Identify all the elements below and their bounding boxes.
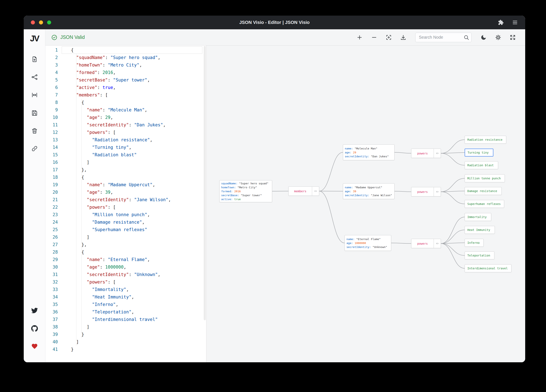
leaf-node-text: Inferno <box>467 241 480 244</box>
sponsor-button[interactable] <box>29 341 40 352</box>
leaf-node-text: Radiation resistance <box>467 138 502 141</box>
code-line: "powers": [ <box>71 129 206 136</box>
graph-canvas[interactable]: squadName: "Super hero squad"homeTown: "… <box>206 45 525 362</box>
graph-node-l8[interactable]: Heat Immunity <box>465 226 495 234</box>
close-button[interactable] <box>31 20 35 25</box>
collapse-node-button[interactable] <box>434 149 441 158</box>
trash-icon <box>31 127 38 134</box>
leaf-node-text: Interdimensional travel <box>467 267 508 270</box>
parent-node-label: powers <box>411 239 434 248</box>
code-line: "Damage resistance", <box>71 218 206 226</box>
line-number: 21 <box>45 196 61 203</box>
graph-node-root[interactable]: squadName: "Super hero squad"homeTown: "… <box>219 180 272 202</box>
graph-node-m1[interactable]: name: "Molecule Man"age: 29secretIdentit… <box>343 145 395 160</box>
graph-node-p2[interactable]: powers <box>411 187 441 196</box>
extensions-button[interactable] <box>497 19 505 26</box>
collapse-node-button[interactable] <box>434 187 441 196</box>
code-line: "Teleportation", <box>71 308 206 316</box>
graph-node-p3[interactable]: powers <box>411 239 441 248</box>
graph-node-p1[interactable]: powers <box>411 149 441 158</box>
graph-node-l10[interactable]: Teleportation <box>465 252 494 259</box>
graph-node-l5[interactable]: Damage resistance <box>465 187 502 195</box>
new-document-button[interactable] <box>29 53 40 65</box>
graph-node-l3[interactable]: Radiation blast <box>465 161 498 169</box>
graph-edge <box>395 191 411 192</box>
center-view-button[interactable] <box>384 33 393 42</box>
line-number: 3 <box>45 61 61 69</box>
line-number: 18 <box>45 174 61 181</box>
app-logo[interactable]: JV <box>30 34 39 43</box>
minimize-button[interactable] <box>39 20 43 25</box>
graph-edge <box>441 192 465 204</box>
graph-toolbar <box>355 33 517 42</box>
line-number: 5 <box>45 76 61 84</box>
menu-icon <box>512 19 518 25</box>
leaf-node-text: Heat Immunity <box>467 228 490 232</box>
dark-mode-toggle[interactable] <box>479 33 488 42</box>
graph-view-icon <box>31 74 38 80</box>
zoom-out-button[interactable] <box>370 33 378 42</box>
graph-node-l7[interactable]: Immortality <box>465 213 491 221</box>
leaf-node-text: Damage resistance <box>467 189 497 193</box>
graph-edge <box>395 152 411 153</box>
line-number: 29 <box>45 256 61 263</box>
collapse-node-button[interactable] <box>434 239 441 248</box>
code-line: ] <box>71 338 206 346</box>
line-number: 14 <box>45 144 61 151</box>
json-valid-label: JSON Valid <box>60 34 85 40</box>
traffic-lights <box>24 20 51 25</box>
twitter-button[interactable] <box>29 305 40 316</box>
line-number: 13 <box>45 136 61 144</box>
share-link-button[interactable] <box>29 143 40 154</box>
line-number: 7 <box>45 91 61 99</box>
graph-node-l9[interactable]: Inferno <box>465 239 484 247</box>
graph-node-m2[interactable]: name: "Madame Uppercut"age: 39secretIden… <box>343 183 395 199</box>
scrollbar-thumb[interactable] <box>204 46 206 320</box>
line-number: 1 <box>45 46 61 54</box>
line-number: 38 <box>45 323 61 331</box>
graph-view-button[interactable] <box>29 71 40 83</box>
code-line: "secretBase": "Super tower", <box>71 76 206 84</box>
code-line: "Turning tiny", <box>71 144 206 151</box>
leaf-node-text: Radiation blast <box>467 164 494 167</box>
line-number: 24 <box>45 218 61 226</box>
code-line: }, <box>71 241 206 248</box>
github-button[interactable] <box>29 322 40 334</box>
graph-edge <box>391 243 411 244</box>
graph-node-l4[interactable]: Million tonne punch <box>465 174 505 182</box>
code-line: "squadName": "Super hero squad", <box>71 54 206 61</box>
download-image-button[interactable] <box>399 33 407 42</box>
fullscreen-icon <box>510 34 516 41</box>
editor-code[interactable]: { "squadName": "Super hero squad", "home… <box>61 45 206 362</box>
line-number: 20 <box>45 189 61 196</box>
line-number: 37 <box>45 316 61 323</box>
line-number: 35 <box>45 301 61 308</box>
minus-icon <box>371 34 377 41</box>
editor-scrollbar[interactable] <box>203 45 206 362</box>
delete-button[interactable] <box>29 125 40 137</box>
collapse-node-button[interactable] <box>312 187 319 196</box>
code-line: "Immortality", <box>71 286 206 293</box>
line-number: 25 <box>45 226 61 234</box>
graph-node-l6[interactable]: Superhuman reflexes <box>465 200 504 208</box>
code-line: "members": [ <box>71 91 206 99</box>
zoom-in-button[interactable] <box>355 33 364 42</box>
graph-node-l2[interactable]: Turning tiny <box>465 149 493 157</box>
fullscreen-button[interactable] <box>508 33 517 42</box>
graph-node-m3[interactable]: name: "Eternal Flame"age: 1000000secretI… <box>344 235 391 251</box>
line-number: 9 <box>45 106 61 114</box>
graph-node-members[interactable]: members <box>288 186 319 196</box>
search-node-box <box>415 33 472 42</box>
code-line: "Superhuman reflexes" <box>71 226 206 234</box>
save-button[interactable] <box>29 107 40 119</box>
code-line: "Heat Immunity", <box>71 293 206 301</box>
code-line: } <box>71 331 206 338</box>
graph-node-l11[interactable]: Interdimensional travel <box>465 264 512 272</box>
twitter-icon <box>31 307 38 314</box>
line-number: 33 <box>45 286 61 293</box>
graph-node-l1[interactable]: Radiation resistance <box>465 136 506 144</box>
zoom-button[interactable] <box>47 20 51 25</box>
fit-width-button[interactable] <box>29 89 40 101</box>
settings-button[interactable] <box>494 33 502 42</box>
browser-menu-button[interactable] <box>511 19 519 26</box>
